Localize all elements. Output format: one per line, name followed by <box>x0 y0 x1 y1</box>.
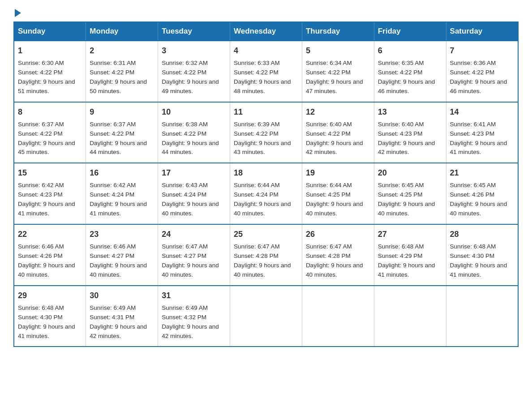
calendar-cell: 4 Sunrise: 6:33 AMSunset: 4:22 PMDayligh… <box>230 41 302 102</box>
calendar-cell: 3 Sunrise: 6:32 AMSunset: 4:22 PMDayligh… <box>158 41 230 102</box>
calendar-cell: 18 Sunrise: 6:44 AMSunset: 4:24 PMDaylig… <box>230 163 302 224</box>
day-number: 6 <box>378 45 442 57</box>
day-number: 20 <box>378 167 442 179</box>
day-number: 26 <box>306 228 370 240</box>
calendar-cell: 13 Sunrise: 6:40 AMSunset: 4:23 PMDaylig… <box>374 102 446 163</box>
calendar-cell: 24 Sunrise: 6:47 AMSunset: 4:27 PMDaylig… <box>158 224 230 286</box>
day-info: Sunrise: 6:42 AMSunset: 4:24 PMDaylight:… <box>90 182 147 217</box>
day-info: Sunrise: 6:42 AMSunset: 4:23 PMDaylight:… <box>18 182 75 217</box>
calendar-cell <box>374 286 446 347</box>
day-info: Sunrise: 6:41 AMSunset: 4:23 PMDaylight:… <box>450 121 507 156</box>
calendar-cell: 23 Sunrise: 6:46 AMSunset: 4:27 PMDaylig… <box>86 224 158 286</box>
day-number: 10 <box>162 106 226 118</box>
calendar-cell: 17 Sunrise: 6:43 AMSunset: 4:24 PMDaylig… <box>158 163 230 224</box>
weekday-header-friday: Friday <box>374 22 446 41</box>
day-info: Sunrise: 6:39 AMSunset: 4:22 PMDaylight:… <box>234 121 291 156</box>
day-number: 19 <box>306 167 370 179</box>
calendar-cell: 14 Sunrise: 6:41 AMSunset: 4:23 PMDaylig… <box>446 102 518 163</box>
weekday-header-thursday: Thursday <box>302 22 374 41</box>
calendar-cell: 1 Sunrise: 6:30 AMSunset: 4:22 PMDayligh… <box>14 41 86 102</box>
calendar-cell: 9 Sunrise: 6:37 AMSunset: 4:22 PMDayligh… <box>86 102 158 163</box>
day-info: Sunrise: 6:30 AMSunset: 4:22 PMDaylight:… <box>18 60 75 94</box>
calendar-cell: 26 Sunrise: 6:47 AMSunset: 4:28 PMDaylig… <box>302 224 374 286</box>
week-row-2: 8 Sunrise: 6:37 AMSunset: 4:22 PMDayligh… <box>14 102 518 163</box>
day-number: 23 <box>90 228 154 240</box>
day-info: Sunrise: 6:44 AMSunset: 4:24 PMDaylight:… <box>234 182 291 217</box>
day-info: Sunrise: 6:49 AMSunset: 4:31 PMDaylight:… <box>90 304 147 339</box>
day-info: Sunrise: 6:34 AMSunset: 4:22 PMDaylight:… <box>306 60 363 94</box>
day-number: 12 <box>306 106 370 118</box>
day-number: 31 <box>162 290 226 302</box>
logo <box>13 9 21 17</box>
day-info: Sunrise: 6:49 AMSunset: 4:32 PMDaylight:… <box>162 304 219 339</box>
day-number: 25 <box>234 228 298 240</box>
day-info: Sunrise: 6:45 AMSunset: 4:25 PMDaylight:… <box>378 182 435 217</box>
day-number: 15 <box>18 167 82 179</box>
day-number: 5 <box>306 45 370 57</box>
day-info: Sunrise: 6:40 AMSunset: 4:22 PMDaylight:… <box>306 121 363 156</box>
week-row-5: 29 Sunrise: 6:48 AMSunset: 4:30 PMDaylig… <box>14 286 518 347</box>
day-info: Sunrise: 6:47 AMSunset: 4:28 PMDaylight:… <box>306 243 363 278</box>
calendar-cell: 11 Sunrise: 6:39 AMSunset: 4:22 PMDaylig… <box>230 102 302 163</box>
week-row-4: 22 Sunrise: 6:46 AMSunset: 4:26 PMDaylig… <box>14 224 518 286</box>
calendar-cell: 30 Sunrise: 6:49 AMSunset: 4:31 PMDaylig… <box>86 286 158 347</box>
day-info: Sunrise: 6:38 AMSunset: 4:22 PMDaylight:… <box>162 121 219 156</box>
day-number: 27 <box>378 228 442 240</box>
day-info: Sunrise: 6:46 AMSunset: 4:26 PMDaylight:… <box>18 243 75 278</box>
calendar-cell <box>302 286 374 347</box>
day-number: 3 <box>162 45 226 57</box>
calendar-cell <box>230 286 302 347</box>
calendar-cell: 5 Sunrise: 6:34 AMSunset: 4:22 PMDayligh… <box>302 41 374 102</box>
day-info: Sunrise: 6:35 AMSunset: 4:22 PMDaylight:… <box>378 60 435 94</box>
week-row-1: 1 Sunrise: 6:30 AMSunset: 4:22 PMDayligh… <box>14 41 518 102</box>
calendar-table: SundayMondayTuesdayWednesdayThursdayFrid… <box>13 21 519 347</box>
day-info: Sunrise: 6:40 AMSunset: 4:23 PMDaylight:… <box>378 121 435 156</box>
day-info: Sunrise: 6:36 AMSunset: 4:22 PMDaylight:… <box>450 60 507 94</box>
calendar-cell: 2 Sunrise: 6:31 AMSunset: 4:22 PMDayligh… <box>86 41 158 102</box>
calendar-cell <box>446 286 518 347</box>
calendar-cell: 8 Sunrise: 6:37 AMSunset: 4:22 PMDayligh… <box>14 102 86 163</box>
logo-arrow-icon <box>15 9 21 17</box>
weekday-header-tuesday: Tuesday <box>158 22 230 41</box>
day-number: 30 <box>90 290 154 302</box>
day-info: Sunrise: 6:47 AMSunset: 4:27 PMDaylight:… <box>162 243 219 278</box>
weekday-header-monday: Monday <box>86 22 158 41</box>
day-number: 7 <box>450 45 514 57</box>
calendar-cell: 16 Sunrise: 6:42 AMSunset: 4:24 PMDaylig… <box>86 163 158 224</box>
day-number: 8 <box>18 106 82 118</box>
calendar-cell: 28 Sunrise: 6:48 AMSunset: 4:30 PMDaylig… <box>446 224 518 286</box>
calendar-cell: 22 Sunrise: 6:46 AMSunset: 4:26 PMDaylig… <box>14 224 86 286</box>
day-number: 21 <box>450 167 514 179</box>
calendar-cell: 12 Sunrise: 6:40 AMSunset: 4:22 PMDaylig… <box>302 102 374 163</box>
weekday-header-sunday: Sunday <box>14 22 86 41</box>
day-number: 9 <box>90 106 154 118</box>
day-number: 22 <box>18 228 82 240</box>
day-number: 28 <box>450 228 514 240</box>
calendar-cell: 15 Sunrise: 6:42 AMSunset: 4:23 PMDaylig… <box>14 163 86 224</box>
calendar-cell: 6 Sunrise: 6:35 AMSunset: 4:22 PMDayligh… <box>374 41 446 102</box>
day-info: Sunrise: 6:47 AMSunset: 4:28 PMDaylight:… <box>234 243 291 278</box>
day-info: Sunrise: 6:43 AMSunset: 4:24 PMDaylight:… <box>162 182 219 217</box>
day-number: 11 <box>234 106 298 118</box>
calendar-cell: 25 Sunrise: 6:47 AMSunset: 4:28 PMDaylig… <box>230 224 302 286</box>
day-info: Sunrise: 6:37 AMSunset: 4:22 PMDaylight:… <box>18 121 75 156</box>
week-row-3: 15 Sunrise: 6:42 AMSunset: 4:23 PMDaylig… <box>14 163 518 224</box>
day-number: 2 <box>90 45 154 57</box>
day-number: 13 <box>378 106 442 118</box>
calendar-cell: 29 Sunrise: 6:48 AMSunset: 4:30 PMDaylig… <box>14 286 86 347</box>
page-header <box>13 9 519 17</box>
day-info: Sunrise: 6:48 AMSunset: 4:30 PMDaylight:… <box>450 243 507 278</box>
calendar-cell: 7 Sunrise: 6:36 AMSunset: 4:22 PMDayligh… <box>446 41 518 102</box>
day-number: 17 <box>162 167 226 179</box>
day-info: Sunrise: 6:32 AMSunset: 4:22 PMDaylight:… <box>162 60 219 94</box>
day-number: 29 <box>18 290 82 302</box>
day-info: Sunrise: 6:37 AMSunset: 4:22 PMDaylight:… <box>90 121 147 156</box>
day-info: Sunrise: 6:48 AMSunset: 4:30 PMDaylight:… <box>18 304 75 339</box>
weekday-header-saturday: Saturday <box>446 22 518 41</box>
weekday-header-row: SundayMondayTuesdayWednesdayThursdayFrid… <box>14 22 518 41</box>
day-number: 4 <box>234 45 298 57</box>
day-number: 14 <box>450 106 514 118</box>
day-info: Sunrise: 6:48 AMSunset: 4:29 PMDaylight:… <box>378 243 435 278</box>
day-number: 18 <box>234 167 298 179</box>
calendar-cell: 10 Sunrise: 6:38 AMSunset: 4:22 PMDaylig… <box>158 102 230 163</box>
